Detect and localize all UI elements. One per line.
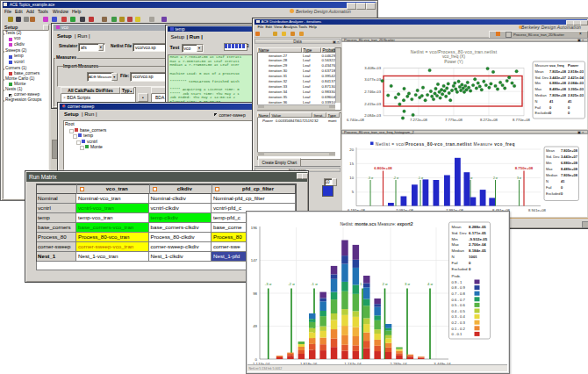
- svg-text:2 σ: 2 σ: [493, 176, 498, 180]
- svg-text:3.443e+07: 3.443e+07: [561, 155, 578, 159]
- svg-text:Std. Dev.: Std. Dev.: [451, 230, 467, 234]
- svg-text:-3 σ: -3 σ: [368, 176, 374, 180]
- svg-text:vco_freq: vco_freq: [549, 63, 564, 68]
- svg-text:3 σ: 3 σ: [404, 282, 410, 286]
- svg-text:8.272e+08: 8.272e+08: [480, 117, 498, 121]
- svg-text:8.770e+08: 8.770e+08: [513, 117, 531, 121]
- svg-text:Power: Power: [568, 63, 578, 68]
- svg-text:41: 41: [561, 179, 565, 183]
- svg-text:3.077e-03: 3.077e-03: [364, 76, 382, 81]
- svg-text:147: 147: [250, 258, 257, 263]
- svg-text:-9.932e-05: -9.932e-05: [469, 236, 488, 241]
- svg-text:Fail: Fail: [535, 104, 541, 109]
- svg-text:6.880e+08: 6.880e+08: [561, 161, 578, 165]
- svg-text:3.443e+07: 3.443e+07: [549, 75, 567, 79]
- svg-text:0.4 - 0.5: 0.4 - 0.5: [451, 308, 465, 313]
- svg-text:N: N: [546, 179, 549, 183]
- svg-text:3.395e-03: 3.395e-03: [568, 87, 584, 91]
- svg-text:N: N: [535, 98, 538, 103]
- svg-text:2 σ: 2 σ: [382, 282, 388, 286]
- svg-text:6.171e-05: 6.171e-05: [469, 230, 486, 234]
- svg-text:Mean: Mean: [451, 225, 462, 229]
- svg-text:3.408e-03: 3.408e-03: [364, 66, 382, 70]
- svg-text:7.809e+08: 7.809e+08: [561, 173, 578, 177]
- svg-text:8.184e-05: 8.184e-05: [469, 248, 486, 253]
- svg-text:0.9 - 1: 0.9 - 1: [451, 279, 463, 284]
- svg-text:5: 5: [352, 190, 355, 194]
- svg-text:6.880e+08: 6.880e+08: [549, 81, 567, 85]
- svg-text:-1 σ: -1 σ: [311, 282, 318, 286]
- svg-text:Netlist: monte.scs Measure: ex: Netlist: monte.scs Measure: export2: [340, 220, 412, 226]
- svg-text:0.3 - 0.4: 0.3 - 0.4: [451, 314, 465, 319]
- svg-text:-3 σ: -3 σ: [264, 282, 271, 286]
- svg-text:Fail: Fail: [451, 260, 457, 264]
- svg-text:-2 σ: -2 σ: [393, 176, 399, 180]
- svg-text:8.750e+08: 8.750e+08: [515, 166, 534, 170]
- svg-text:Median: Median: [535, 93, 547, 97]
- svg-text:Min: Min: [546, 161, 551, 165]
- svg-text:7.805e+08: 7.805e+08: [561, 148, 578, 153]
- svg-text:-2 σ: -2 σ: [288, 282, 295, 286]
- svg-text:Max: Max: [546, 167, 553, 171]
- svg-text:2.746e-03: 2.746e-03: [364, 89, 382, 93]
- svg-text:8.288e-05: 8.288e-05: [469, 225, 486, 229]
- svg-text:Fail: Fail: [546, 185, 552, 190]
- svg-text:Min: Min: [451, 236, 458, 241]
- svg-text:Prob.: Prob.: [451, 274, 461, 278]
- svg-text:49: 49: [253, 324, 257, 328]
- svg-text:7.805e+08: 7.805e+08: [549, 68, 567, 73]
- svg-text:41: 41: [549, 98, 554, 103]
- svg-text:8.941e+08: 8.941e+08: [528, 208, 547, 212]
- svg-text:2.818e-03: 2.818e-03: [568, 68, 584, 73]
- svg-text:Netlist = vco/Process_80-vco_t: Netlist = vco/Process_80-vco_tran.netlis…: [411, 48, 498, 54]
- svg-text:Excluded: Excluded: [451, 266, 468, 270]
- svg-text:2.825e-03: 2.825e-03: [568, 93, 584, 97]
- svg-text:6.800e+08: 6.800e+08: [374, 166, 392, 170]
- svg-text:Measure: Measure: [535, 63, 549, 68]
- svg-text:0.7 - 0.8: 0.7 - 0.8: [451, 291, 465, 295]
- svg-text:0.2 - 0.3: 0.2 - 0.3: [451, 320, 465, 324]
- svg-text:-1 σ: -1 σ: [418, 176, 424, 180]
- svg-text:Netlist = vco/Process_80-vco_t: Netlist = vco/Process_80-vco_tran.netlis…: [376, 142, 515, 147]
- svg-text:15: 15: [349, 162, 354, 166]
- svg-text:0 - 0.1: 0 - 0.1: [451, 332, 463, 336]
- svg-text:Mean: Mean: [546, 148, 555, 153]
- svg-text:7.809e+08: 7.809e+08: [549, 93, 567, 97]
- svg-text:0.6 - 0.7: 0.6 - 0.7: [451, 297, 465, 301]
- svg-text:0: 0: [255, 356, 257, 361]
- svg-text:2.084e-03: 2.084e-03: [568, 81, 584, 85]
- svg-text:Power (Y): Power (Y): [444, 59, 463, 63]
- svg-text:98: 98: [253, 291, 257, 295]
- svg-text:196: 196: [250, 225, 257, 229]
- svg-text:0.8 - 0.9: 0.8 - 0.9: [451, 285, 465, 290]
- svg-text:10: 10: [349, 176, 354, 180]
- svg-text:1001: 1001: [469, 255, 477, 259]
- svg-text:2.706e-04: 2.706e-04: [469, 242, 486, 247]
- svg-text:N: N: [451, 255, 454, 259]
- svg-text:Min: Min: [535, 81, 541, 85]
- svg-text:7.775e+08: 7.775e+08: [445, 117, 463, 121]
- svg-text:8.489e+08: 8.489e+08: [549, 87, 567, 91]
- svg-text:7.272e+08: 7.272e+08: [410, 117, 428, 121]
- svg-text:Mean: Mean: [535, 68, 544, 73]
- svg-text:8.489e+08: 8.489e+08: [561, 167, 578, 171]
- svg-text:0.1 - 0.2: 0.1 - 0.2: [451, 326, 465, 330]
- svg-text:Excluded: Excluded: [546, 191, 560, 196]
- svg-text:Std. Dev.: Std. Dev.: [546, 155, 560, 159]
- svg-text:Max: Max: [535, 87, 542, 91]
- svg-text:Std. Dev.: Std. Dev.: [535, 75, 549, 79]
- svg-text:Median: Median: [451, 248, 464, 253]
- svg-text:Excluded: Excluded: [535, 111, 549, 115]
- svg-text:Max: Max: [451, 242, 459, 247]
- svg-text:2.421e-04: 2.421e-04: [568, 75, 584, 79]
- svg-text:4 σ: 4 σ: [427, 282, 433, 286]
- svg-text:2.415e-03: 2.415e-03: [364, 101, 382, 105]
- svg-text:Median: Median: [546, 173, 557, 177]
- svg-text:0.5 - 0.6: 0.5 - 0.6: [451, 303, 465, 307]
- svg-text:vco_freq (X): vco_freq (X): [442, 54, 466, 59]
- svg-text:6.740e+08: 6.740e+08: [347, 117, 365, 121]
- svg-text:20: 20: [349, 147, 354, 152]
- svg-text:41: 41: [568, 98, 572, 103]
- svg-text:2.084e-03: 2.084e-03: [364, 113, 382, 118]
- svg-text:3 σ: 3 σ: [517, 176, 522, 180]
